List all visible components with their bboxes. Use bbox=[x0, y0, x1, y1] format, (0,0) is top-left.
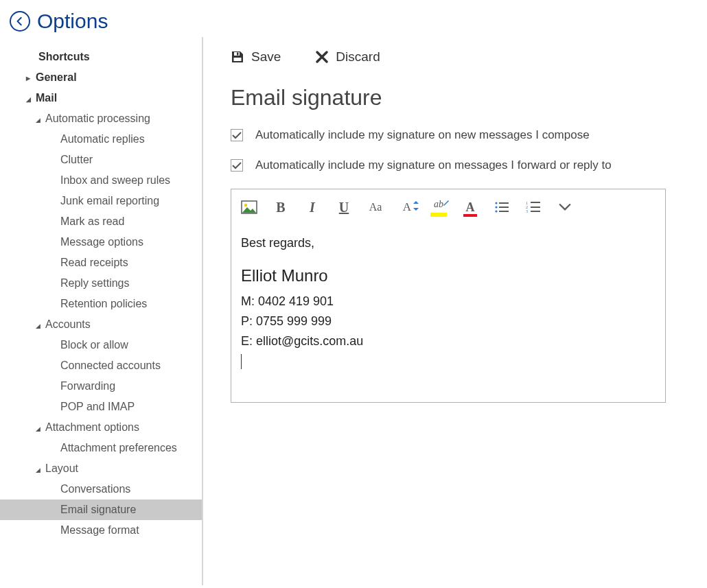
signature-mobile: M: 0402 419 901 bbox=[241, 292, 656, 311]
sidebar-retention-policies[interactable]: Retention policies bbox=[0, 294, 202, 314]
sidebar-junk-reporting[interactable]: Junk email reporting bbox=[0, 191, 202, 211]
section-heading: Email signature bbox=[231, 85, 680, 110]
sidebar-layout[interactable]: Layout bbox=[0, 458, 202, 479]
page-title: Options bbox=[37, 10, 108, 33]
save-button[interactable]: Save bbox=[231, 49, 281, 64]
close-icon bbox=[315, 50, 329, 64]
sidebar: Shortcuts General Mail Automatic process… bbox=[0, 37, 203, 585]
font-color-button[interactable]: A bbox=[462, 199, 478, 215]
sidebar-shortcuts[interactable]: Shortcuts bbox=[0, 47, 202, 67]
svg-rect-8 bbox=[499, 207, 509, 208]
sidebar-reply-settings[interactable]: Reply settings bbox=[0, 273, 202, 294]
signature-email: E: elliot@gcits.com.au bbox=[241, 331, 656, 351]
discard-button[interactable]: Discard bbox=[315, 49, 380, 64]
font-name-button[interactable]: Aa bbox=[367, 199, 384, 215]
checkbox-include-reply[interactable]: Automatically include my signature on me… bbox=[231, 158, 680, 172]
sidebar-mark-as-read[interactable]: Mark as read bbox=[0, 211, 202, 232]
signature-name: Elliot Munro bbox=[241, 263, 656, 289]
underline-button[interactable]: U bbox=[336, 199, 352, 215]
svg-rect-12 bbox=[531, 202, 540, 203]
svg-rect-16 bbox=[531, 211, 540, 212]
svg-rect-2 bbox=[234, 58, 242, 61]
pencil-icon bbox=[443, 199, 450, 206]
svg-text:3: 3 bbox=[526, 209, 528, 213]
editor-toolbar: B I U Aa A ab A bbox=[231, 189, 665, 222]
bullets-icon bbox=[494, 201, 509, 213]
text-cursor bbox=[241, 354, 242, 369]
sidebar-message-options[interactable]: Message options bbox=[0, 232, 202, 252]
svg-point-5 bbox=[495, 202, 497, 204]
signature-phone: P: 0755 999 999 bbox=[241, 311, 656, 331]
sidebar-message-format[interactable]: Message format bbox=[0, 520, 202, 541]
sidebar-forwarding[interactable]: Forwarding bbox=[0, 376, 202, 397]
sidebar-connected-accounts[interactable]: Connected accounts bbox=[0, 355, 202, 376]
sidebar-general[interactable]: General bbox=[0, 67, 202, 88]
sidebar-pop-imap[interactable]: POP and IMAP bbox=[0, 397, 202, 417]
sidebar-read-receipts[interactable]: Read receipts bbox=[0, 252, 202, 273]
signature-textarea[interactable]: Best regards, Elliot Munro M: 0402 419 9… bbox=[231, 222, 665, 402]
sidebar-conversations[interactable]: Conversations bbox=[0, 479, 202, 499]
signature-greeting: Best regards, bbox=[241, 233, 656, 253]
arrow-left-icon bbox=[15, 16, 25, 26]
main-content: Save Discard Email signature Automatical… bbox=[203, 37, 707, 585]
numbering-button[interactable]: 1 2 3 bbox=[525, 199, 542, 215]
discard-label: Discard bbox=[336, 49, 380, 64]
sidebar-email-signature[interactable]: Email signature bbox=[0, 499, 202, 520]
signature-editor: B I U Aa A ab A bbox=[231, 189, 666, 403]
sidebar-automatic-processing[interactable]: Automatic processing bbox=[0, 108, 202, 129]
insert-image-button[interactable] bbox=[241, 199, 257, 215]
numbering-icon: 1 2 3 bbox=[526, 201, 541, 213]
chevron-down-icon bbox=[559, 203, 571, 211]
checkbox-compose-label: Automatically include my signature on ne… bbox=[255, 128, 590, 142]
updown-icon bbox=[413, 201, 419, 211]
sidebar-mail[interactable]: Mail bbox=[0, 88, 202, 108]
sidebar-attachment-options[interactable]: Attachment options bbox=[0, 417, 202, 438]
sidebar-block-allow[interactable]: Block or allow bbox=[0, 335, 202, 355]
svg-point-7 bbox=[495, 206, 497, 208]
svg-rect-6 bbox=[499, 202, 509, 204]
sidebar-accounts[interactable]: Accounts bbox=[0, 314, 202, 335]
save-icon bbox=[231, 50, 244, 64]
svg-rect-1 bbox=[237, 53, 239, 56]
back-button[interactable] bbox=[10, 11, 30, 32]
checkbox-icon[interactable] bbox=[231, 129, 243, 141]
more-button[interactable] bbox=[557, 199, 573, 215]
checkbox-reply-label: Automatically include my signature on me… bbox=[255, 158, 612, 172]
bold-button[interactable]: B bbox=[273, 199, 289, 215]
font-size-button[interactable]: A bbox=[399, 199, 415, 215]
checkbox-include-compose[interactable]: Automatically include my signature on ne… bbox=[231, 128, 680, 142]
sidebar-attachment-preferences[interactable]: Attachment preferences bbox=[0, 438, 202, 458]
svg-rect-10 bbox=[499, 211, 509, 212]
save-label: Save bbox=[251, 49, 281, 64]
svg-rect-14 bbox=[531, 207, 540, 208]
checkbox-icon[interactable] bbox=[231, 159, 243, 172]
highlight-button[interactable]: ab bbox=[430, 199, 447, 215]
action-toolbar: Save Discard bbox=[231, 49, 680, 64]
sidebar-clutter[interactable]: Clutter bbox=[0, 150, 202, 170]
svg-point-4 bbox=[244, 204, 247, 207]
bullets-button[interactable] bbox=[494, 199, 510, 215]
svg-point-9 bbox=[495, 210, 497, 212]
italic-button[interactable]: I bbox=[304, 199, 321, 215]
image-icon bbox=[241, 200, 257, 214]
sidebar-inbox-rules[interactable]: Inbox and sweep rules bbox=[0, 170, 202, 191]
sidebar-automatic-replies[interactable]: Automatic replies bbox=[0, 129, 202, 150]
